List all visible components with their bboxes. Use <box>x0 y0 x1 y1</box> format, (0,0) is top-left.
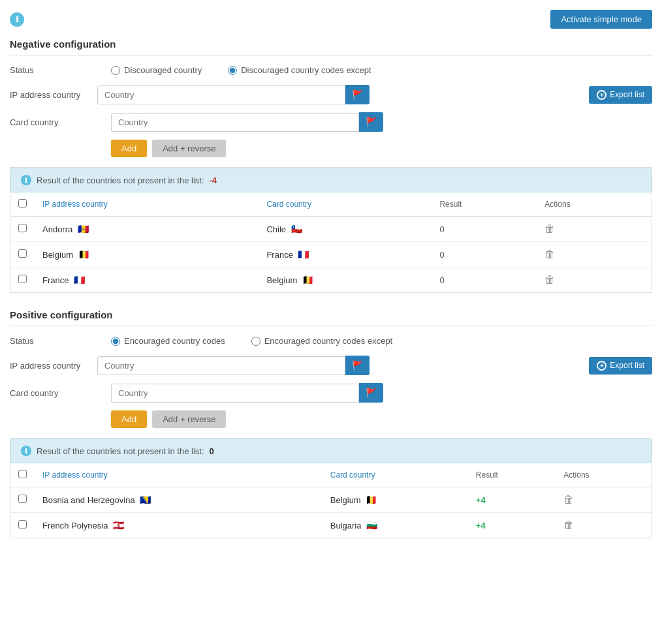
positive-add-button[interactable]: Add <box>111 410 147 428</box>
positive-status-option-encouraged-except[interactable]: Encouraged country codes except <box>251 336 393 346</box>
negative-table-header: IP address country Card country Result A… <box>10 192 652 217</box>
negative-row-ip-flag-2: 🇫🇷 <box>74 275 85 285</box>
positive-ip-country-row: IP address country 🚩 + Export list <box>10 356 652 375</box>
negative-row-delete-2[interactable]: 🗑 <box>544 274 555 286</box>
positive-col-result: Result <box>468 463 556 487</box>
negative-col-result: Result <box>432 192 537 217</box>
negative-row-card-0: Chile 🇨🇱 <box>259 217 432 242</box>
positive-row-checkbox-0[interactable] <box>18 495 27 503</box>
negative-table-row: France 🇫🇷 Belgium 🇧🇪 0 🗑 <box>10 268 652 293</box>
negative-radio-discouraged-except[interactable] <box>228 66 237 75</box>
negative-card-flag-button[interactable]: 🚩 <box>359 112 383 132</box>
positive-row-result-1: +4 <box>468 513 556 538</box>
negative-table-wrap: ℹ Result of the countries not present in… <box>10 167 652 293</box>
positive-card-flag-button[interactable]: 🚩 <box>359 383 383 403</box>
positive-status-option-encouraged[interactable]: Encouraged country codes <box>111 336 225 346</box>
positive-select-all-checkbox[interactable] <box>18 470 27 478</box>
negative-row-checkbox-1[interactable] <box>18 249 27 258</box>
negative-result-value: -4 <box>210 176 217 185</box>
positive-result-banner: ℹ Result of the countries not present in… <box>10 438 652 463</box>
negative-col-card: Card country <box>259 192 432 217</box>
negative-row-card-flag-2: 🇧🇪 <box>302 275 313 285</box>
negative-ip-export-button[interactable]: + Export list <box>589 86 652 104</box>
negative-table-row: Belgium 🇧🇪 France 🇫🇷 0 🗑 <box>10 242 652 268</box>
negative-section-title: Negative configuration <box>10 38 652 55</box>
positive-ip-flag-button[interactable]: 🚩 <box>345 356 370 375</box>
negative-status-option-discouraged-except[interactable]: Discouraged country codes except <box>228 65 371 75</box>
positive-status-label: Status <box>10 336 111 346</box>
positive-table-wrap: ℹ Result of the countries not present in… <box>10 438 652 538</box>
negative-row-delete-1[interactable]: 🗑 <box>544 249 555 260</box>
positive-radio-encouraged-except[interactable] <box>251 337 260 346</box>
negative-row-result-0: 0 <box>432 217 537 242</box>
negative-row-card-flag-1: 🇫🇷 <box>298 249 309 260</box>
positive-row-checkbox-1[interactable] <box>18 520 27 529</box>
positive-row-ip-flag-0: 🇧🇦 <box>140 495 151 505</box>
negative-row-ip-flag-0: 🇦🇩 <box>78 224 89 234</box>
negative-row-ip-flag-1: 🇧🇪 <box>78 249 89 260</box>
negative-card-input-group: 🚩 <box>111 112 383 132</box>
negative-row-delete-0[interactable]: 🗑 <box>544 223 555 235</box>
negative-status-option-discouraged[interactable]: Discouraged country <box>111 65 202 75</box>
negative-discouraged-label: Discouraged country <box>124 65 202 75</box>
positive-row-card-1: Bulgaria 🇧🇬 <box>323 513 468 538</box>
positive-table-row: Bosnia and Herzegovina 🇧🇦 Belgium 🇧🇪 +4 … <box>10 487 652 513</box>
positive-row-ip-0: Bosnia and Herzegovina 🇧🇦 <box>35 487 323 513</box>
positive-row-result-0: +4 <box>468 487 556 513</box>
negative-card-country-input[interactable] <box>111 113 359 132</box>
positive-table-header: IP address country Card country Result A… <box>10 463 652 487</box>
positive-status-row: Status Encouraged country codes Encourag… <box>10 336 652 346</box>
positive-row-card-flag-0: 🇧🇪 <box>366 495 377 505</box>
negative-result-text: Result of the countries not present in t… <box>37 176 204 185</box>
negative-ip-input-group: 🚩 <box>97 85 370 104</box>
negative-add-button[interactable]: Add <box>111 140 147 157</box>
positive-row-card-flag-1: 🇧🇬 <box>366 520 377 530</box>
positive-ip-country-input[interactable] <box>97 356 345 375</box>
negative-col-actions: Actions <box>537 192 652 217</box>
positive-encouraged-label: Encouraged country codes <box>124 336 225 346</box>
positive-row-delete-0[interactable]: 🗑 <box>563 494 574 506</box>
negative-add-reverse-button[interactable]: Add + reverse <box>152 140 226 157</box>
negative-status-label: Status <box>10 65 111 75</box>
negative-ip-export-icon: + <box>597 90 607 100</box>
activate-simple-mode-button[interactable]: Activate simple mode <box>550 10 652 29</box>
negative-radio-discouraged[interactable] <box>111 66 120 75</box>
negative-row-result-2: 0 <box>432 268 537 293</box>
negative-discouraged-except-label: Discouraged country codes except <box>241 65 371 75</box>
negative-ip-flag-button[interactable]: 🚩 <box>345 85 370 104</box>
positive-table-body: Bosnia and Herzegovina 🇧🇦 Belgium 🇧🇪 +4 … <box>10 487 652 538</box>
negative-row-checkbox-0[interactable] <box>18 224 27 232</box>
positive-row-ip-1: French Polynesia 🇵🇫 <box>35 513 323 538</box>
positive-row-delete-1[interactable]: 🗑 <box>563 519 574 531</box>
positive-add-reverse-button[interactable]: Add + reverse <box>152 410 226 428</box>
negative-row-checkbox-2[interactable] <box>18 275 27 283</box>
positive-add-row: Add Add + reverse <box>111 410 652 428</box>
negative-card-label: Card country <box>10 117 111 127</box>
positive-table-row: French Polynesia 🇵🇫 Bulgaria 🇧🇬 +4 🗑 <box>10 513 652 538</box>
info-icon: ℹ <box>10 12 24 27</box>
negative-row-ip-1: Belgium 🇧🇪 <box>35 242 259 268</box>
positive-ip-export-button[interactable]: + Export list <box>589 357 652 375</box>
negative-row-card-flag-0: 🇨🇱 <box>291 224 302 234</box>
positive-row-ip-flag-1: 🇵🇫 <box>113 520 124 530</box>
negative-ip-input-wrap: 🚩 + Export list <box>97 85 652 104</box>
negative-row-result-1: 0 <box>432 242 537 268</box>
negative-table-row: Andorra 🇦🇩 Chile 🇨🇱 0 🗑 <box>10 217 652 242</box>
negative-ip-country-row: IP address country 🚩 + Export list <box>10 85 652 104</box>
negative-ip-label: IP address country <box>10 90 97 100</box>
positive-card-country-input[interactable] <box>111 384 359 403</box>
positive-ip-export-label: Export list <box>610 361 644 370</box>
negative-add-row: Add Add + reverse <box>111 140 652 157</box>
negative-result-banner: ℹ Result of the countries not present in… <box>10 168 652 192</box>
negative-ip-country-input[interactable] <box>97 85 345 104</box>
negative-col-ip: IP address country <box>35 192 259 217</box>
negative-row-ip-2: France 🇫🇷 <box>35 268 259 293</box>
negative-row-ip-0: Andorra 🇦🇩 <box>35 217 259 242</box>
negative-table: IP address country Card country Result A… <box>10 192 652 292</box>
negative-select-all-checkbox[interactable] <box>18 199 27 207</box>
positive-table: IP address country Card country Result A… <box>10 463 652 538</box>
positive-col-ip: IP address country <box>35 463 323 487</box>
positive-col-actions: Actions <box>556 463 652 487</box>
positive-card-country-row: Card country 🚩 <box>10 383 652 403</box>
positive-radio-encouraged[interactable] <box>111 337 120 346</box>
